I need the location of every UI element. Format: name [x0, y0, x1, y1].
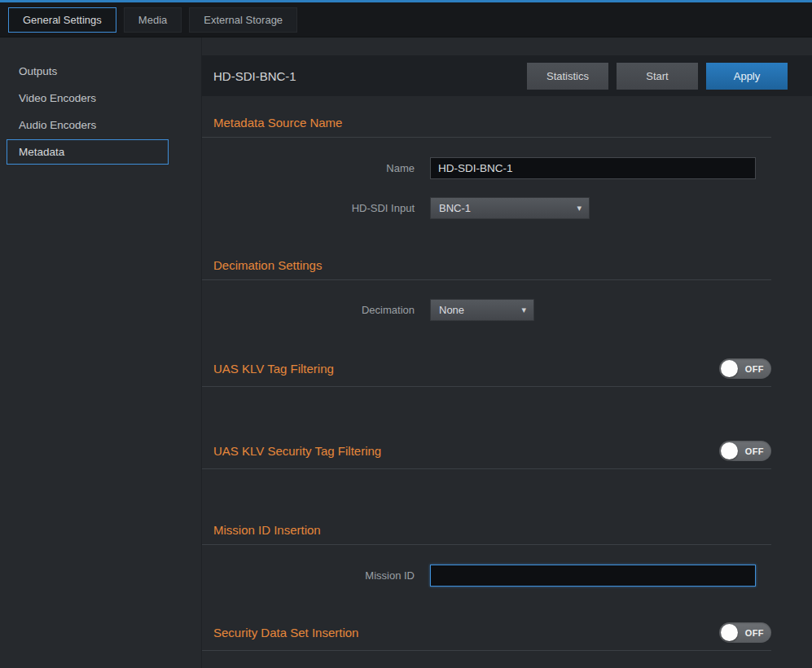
section-uas-klv-tag-filtering: UAS KLV Tag Filtering OFF: [202, 358, 771, 387]
toggle-state-label: OFF: [745, 364, 764, 374]
toggle-state-label: OFF: [745, 628, 764, 638]
decimation-row: Decimation None ▾: [202, 299, 771, 321]
mission-id-label: Mission ID: [202, 569, 430, 582]
hdsdi-input-dropdown-value: BNC-1: [439, 202, 471, 214]
section-head-metadata-source-name: Metadata Source Name: [202, 116, 771, 138]
section-mission-id-insertion: Mission ID Insertion Mission ID: [202, 523, 771, 587]
section-heading-uas-klv-security-tag-filtering: UAS KLV Security Tag Filtering: [202, 444, 381, 458]
hdsdi-input-row: HD-SDI Input BNC-1 ▾: [202, 197, 771, 219]
tab-media[interactable]: Media: [124, 7, 182, 33]
content-body: Metadata Source Name Name HD-SDI Input B…: [202, 116, 812, 651]
content-header: HD-SDI-BNC-1 Statistics Start Apply: [202, 55, 812, 96]
main-content: HD-SDI-BNC-1 Statistics Start Apply Meta…: [202, 37, 812, 668]
section-security-data-set-insertion: Security Data Set Insertion OFF: [202, 622, 771, 651]
sidebar-item-video-encoders[interactable]: Video Encoders: [7, 86, 169, 111]
uas-klv-security-tag-filtering-toggle[interactable]: OFF: [719, 441, 771, 461]
name-row: Name: [202, 157, 771, 179]
sidebar-item-outputs[interactable]: Outputs: [7, 59, 169, 84]
section-heading-mission-id-insertion: Mission ID Insertion: [202, 523, 321, 537]
tab-general-settings[interactable]: General Settings: [8, 7, 116, 33]
decimation-label: Decimation: [202, 304, 430, 316]
header-button-group: Statistics Start Apply: [527, 63, 788, 90]
section-head-mission-id-insertion: Mission ID Insertion: [202, 523, 771, 545]
section-head-security-data-set-insertion: Security Data Set Insertion OFF: [202, 622, 771, 651]
hdsdi-input-label: HD-SDI Input: [202, 202, 430, 214]
caret-down-icon: ▾: [577, 203, 582, 213]
section-metadata-source-name: Metadata Source Name Name HD-SDI Input B…: [202, 116, 771, 219]
section-heading-metadata-source-name: Metadata Source Name: [202, 116, 342, 130]
toggle-knob: [721, 624, 738, 641]
security-data-set-insertion-toggle[interactable]: OFF: [719, 622, 771, 643]
tab-external-storage[interactable]: External Storage: [189, 7, 297, 33]
section-heading-security-data-set-insertion: Security Data Set Insertion: [202, 626, 358, 639]
statistics-button[interactable]: Statistics: [527, 63, 608, 90]
section-head-uas-klv-security-tag-filtering: UAS KLV Security Tag Filtering OFF: [202, 441, 771, 469]
section-heading-uas-klv-tag-filtering: UAS KLV Tag Filtering: [202, 362, 334, 376]
section-head-uas-klv-tag-filtering: UAS KLV Tag Filtering OFF: [202, 358, 771, 387]
sidebar-item-metadata[interactable]: Metadata: [7, 139, 169, 165]
section-head-decimation-settings: Decimation Settings: [202, 258, 771, 280]
decimation-dropdown-value: None: [439, 304, 464, 316]
sidebar-item-audio-encoders[interactable]: Audio Encoders: [7, 112, 169, 138]
top-tab-bar: General Settings Media External Storage: [0, 2, 812, 37]
start-button[interactable]: Start: [617, 63, 698, 90]
section-uas-klv-security-tag-filtering: UAS KLV Security Tag Filtering OFF: [202, 441, 771, 469]
mission-id-row: Mission ID: [202, 565, 771, 587]
uas-klv-tag-filtering-toggle[interactable]: OFF: [719, 358, 771, 379]
sidebar: Outputs Video Encoders Audio Encoders Me…: [0, 37, 202, 668]
page-layout: Outputs Video Encoders Audio Encoders Me…: [0, 37, 812, 668]
toggle-knob: [721, 360, 738, 377]
toggle-knob: [721, 442, 738, 459]
name-input[interactable]: [430, 157, 756, 179]
caret-down-icon: ▾: [521, 305, 526, 315]
page-title: HD-SDI-BNC-1: [213, 69, 296, 83]
name-label: Name: [202, 162, 430, 174]
section-heading-decimation-settings: Decimation Settings: [202, 258, 322, 272]
section-decimation-settings: Decimation Settings Decimation None ▾: [202, 258, 771, 321]
hdsdi-input-dropdown[interactable]: BNC-1 ▾: [430, 197, 590, 219]
toggle-state-label: OFF: [745, 446, 764, 456]
mission-id-input[interactable]: [430, 565, 756, 587]
apply-button[interactable]: Apply: [706, 63, 788, 90]
decimation-dropdown[interactable]: None ▾: [430, 299, 534, 321]
